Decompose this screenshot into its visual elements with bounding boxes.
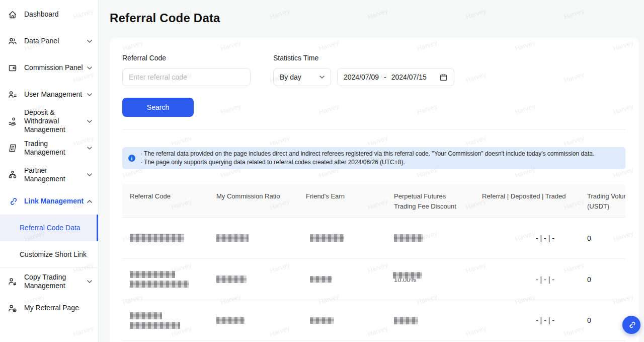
referral-code-field: Referral Code [122, 54, 251, 86]
redacted-referral-code [130, 312, 162, 319]
column-header-referral-deposited-traded: Referral | Deposited | Traded [474, 184, 580, 217]
sidebar-item-label: Trading Management [24, 140, 86, 157]
chevron-down-icon [87, 173, 92, 176]
table-row: - | - | - 0 [122, 217, 625, 258]
chevron-down-icon [87, 120, 92, 123]
referral-code-input[interactable] [122, 68, 251, 86]
redacted-referral-code [130, 322, 180, 329]
info-banner: i · The referral data provided on the pa… [122, 147, 625, 169]
redacted-commission-ratio [216, 276, 247, 283]
column-header-trading-volume: Trading Volume(USDT) [580, 184, 625, 217]
sidebar-item-partner-management[interactable]: Partner Management [0, 161, 98, 188]
fee-discount-value: 10.00% [394, 276, 424, 284]
redacted-friends-earn [310, 317, 334, 324]
sidebar-item-label: Commission Panel [24, 63, 86, 72]
sidebar-item-label: Deposit & Withdrawal Management [24, 108, 86, 134]
date-separator: - [384, 73, 386, 81]
sidebar: Dashboard Data Panel Commission Panel [0, 0, 99, 342]
sidebar-item-referral-code-data[interactable]: Referral Code Data [0, 215, 98, 241]
chevron-down-icon [319, 76, 325, 79]
column-header-referral-code: Referral Code [122, 184, 209, 217]
sidebar-item-label: Link Management [24, 197, 86, 206]
table-row: 10.00% - | - | - 0 [122, 258, 625, 300]
main-content: Referral Code Data Referral Code Statist… [99, 0, 644, 342]
calendar-icon [439, 73, 448, 82]
period-select-value: By day [280, 73, 319, 81]
sidebar-item-data-panel[interactable]: Data Panel [0, 28, 98, 54]
chevron-down-icon [87, 66, 92, 70]
chevron-down-icon [87, 93, 92, 96]
redacted-referral-code [130, 271, 175, 278]
search-button[interactable]: Search [122, 98, 194, 117]
sidebar-item-label: Referral Code Data [20, 224, 91, 232]
sidebar-item-label: Copy Trading Management [24, 273, 86, 290]
sidebar-item-label: Customize Short Link [20, 250, 92, 259]
redacted-commission-ratio [216, 234, 249, 242]
sidebar-item-label: Dashboard [24, 10, 86, 19]
referral-deposited-traded-value: - | - | - [474, 259, 580, 300]
sidebar-item-link-management[interactable]: Link Management [0, 188, 98, 215]
column-header-fee-discount: Perpetual FuturesTrading Fee Discount [386, 184, 474, 217]
trading-volume-value: 0 [580, 218, 625, 258]
redacted-commission-ratio [216, 317, 245, 324]
info-icon: i [128, 155, 135, 162]
redacted-friends-earn [310, 234, 344, 242]
redacted-referral-code [130, 281, 189, 288]
users-icon [7, 36, 18, 46]
user-list-icon [7, 90, 18, 100]
sidebar-item-user-management[interactable]: User Management [0, 81, 98, 108]
sidebar-item-deposit-withdrawal[interactable]: Deposit & Withdrawal Management [0, 108, 98, 134]
column-header-friends-earn: Friend's Earn [298, 184, 386, 217]
referral-deposited-traded-value: - | - | - [474, 218, 580, 258]
chevron-down-icon [87, 40, 92, 43]
referral-link-fab[interactable] [622, 316, 640, 334]
trading-volume-value: 0 [580, 300, 625, 340]
info-banner-line: · The referral data provided on the page… [140, 150, 594, 158]
referral-table: Referral Code My Commission Ratio Friend… [122, 184, 625, 341]
wallet-icon [7, 63, 18, 73]
sidebar-item-copy-trading-management[interactable]: Copy Trading Management [0, 268, 98, 295]
referral-deposited-traded-value: - | - | - [474, 300, 580, 340]
date-start: 2024/07/09 [344, 73, 379, 81]
sidebar-item-customize-short-link[interactable]: Customize Short Link [0, 241, 98, 268]
sidebar-item-trading-management[interactable]: Trading Management [0, 134, 98, 161]
home-icon [7, 10, 18, 20]
sidebar-item-commission-panel[interactable]: Commission Panel [0, 54, 98, 81]
referral-code-label: Referral Code [122, 54, 251, 62]
redacted-friends-earn [310, 276, 332, 283]
content-card: Referral Code Statistics Time By day 202… [110, 38, 639, 342]
divider [122, 129, 625, 129]
transfer-icon [7, 143, 18, 153]
sidebar-item-label: Partner Management [24, 166, 86, 183]
chevron-down-icon [87, 280, 92, 283]
chevron-up-icon [87, 200, 92, 203]
statistics-time-field: Statistics Time By day 2024/07/09 - 2024… [273, 54, 454, 86]
table-header-row: Referral Code My Commission Ratio Friend… [122, 184, 625, 217]
redacted-fee-discount [393, 272, 422, 279]
page-title: Referral Code Data [99, 0, 644, 25]
chevron-down-icon [87, 147, 92, 150]
redacted-referral-code [130, 234, 184, 242]
trading-volume-value: 0 [580, 259, 625, 300]
filter-form: Referral Code Statistics Time By day 202… [122, 54, 625, 86]
redacted-fee-discount [394, 317, 418, 324]
sidebar-item-label: User Management [24, 90, 86, 99]
user-plus-icon [7, 303, 18, 313]
copy-user-icon [7, 277, 18, 287]
date-end: 2024/07/15 [391, 73, 427, 81]
link-icon [627, 320, 636, 329]
period-select[interactable]: By day [273, 68, 331, 86]
link-icon [7, 196, 18, 207]
sidebar-item-label: My Referral Page [24, 304, 86, 312]
sidebar-item-dashboard[interactable]: Dashboard [0, 1, 98, 28]
column-header-commission-ratio: My Commission Ratio [209, 184, 298, 217]
sidebar-item-my-referral-page[interactable]: My Referral Page [0, 295, 98, 321]
date-range-picker[interactable]: 2024/07/09 - 2024/07/15 [337, 68, 454, 86]
redacted-fee-discount [394, 234, 423, 242]
table-row: - | - | - 0 [122, 300, 625, 341]
info-banner-line: · The page only supports querying data r… [140, 158, 594, 167]
sidebar-item-label: Data Panel [24, 37, 86, 45]
statistics-time-label: Statistics Time [273, 54, 454, 62]
hand-coin-icon [7, 116, 18, 126]
org-chart-icon [7, 170, 18, 180]
